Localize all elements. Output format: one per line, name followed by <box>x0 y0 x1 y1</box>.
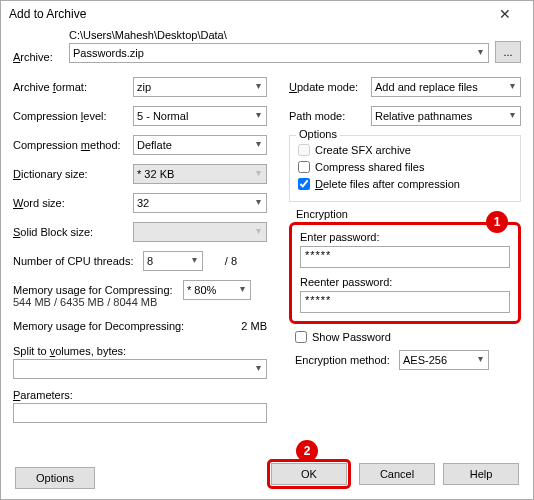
reenter-password-label: Reenter password: <box>300 276 510 288</box>
browse-button[interactable]: ... <box>495 41 521 63</box>
split-combo[interactable] <box>13 359 267 379</box>
cpu-label: Number of CPU threads: <box>13 255 143 267</box>
ok-highlight: 2 OK <box>267 459 351 489</box>
cpu-combo[interactable]: 8 <box>143 251 203 271</box>
options-group: Options Create SFX archive Compress shar… <box>289 135 521 202</box>
param-input[interactable] <box>13 403 267 423</box>
delete-after-checkbox[interactable]: Delete files after compression <box>298 178 512 190</box>
enter-password-label: Enter password: <box>300 231 510 243</box>
archive-filename-combo[interactable]: Passwords.zip <box>69 43 489 63</box>
callout-2: 2 <box>296 440 318 462</box>
close-button[interactable]: ✕ <box>485 7 525 21</box>
callout-1: 1 <box>486 211 508 233</box>
ok-button[interactable]: OK <box>271 463 347 485</box>
archive-path: C:\Users\Mahesh\Desktop\Data\ <box>69 29 489 41</box>
method-label: Compression method: <box>13 139 133 151</box>
memd-label: Memory usage for Decompressing: <box>13 320 203 332</box>
method-combo[interactable]: Deflate <box>133 135 267 155</box>
right-column: Update mode: Add and replace files Path … <box>289 77 521 423</box>
sfx-checkbox: Create SFX archive <box>298 144 512 156</box>
enc-method-combo[interactable]: AES-256 <box>399 350 489 370</box>
level-label: Compression level: <box>13 110 133 122</box>
dict-combo: * 32 KB <box>133 164 267 184</box>
memc-combo[interactable]: * 80% <box>183 280 251 300</box>
show-password-checkbox[interactable]: Show Password <box>295 331 521 343</box>
pathmode-label: Path mode: <box>289 110 371 122</box>
solid-label: Solid Block size: <box>13 226 133 238</box>
format-label: Archive format: <box>13 81 133 93</box>
enc-method-label: Encryption method: <box>295 354 399 366</box>
memd-value: 2 MB <box>241 320 267 332</box>
left-column: Archive format: zip Compression level: 5… <box>13 77 267 423</box>
update-label: Update mode: <box>289 81 371 93</box>
split-label: Split to volumes, bytes: <box>13 345 267 357</box>
level-combo[interactable]: 5 - Normal <box>133 106 267 126</box>
solid-combo <box>133 222 267 242</box>
encryption-group: Encryption 1 Enter password: ***** Reent… <box>289 208 521 370</box>
dict-label: Dictionary size: <box>13 168 133 180</box>
shared-checkbox[interactable]: Compress shared files <box>298 161 512 173</box>
pathmode-combo[interactable]: Relative pathnames <box>371 106 521 126</box>
window-title: Add to Archive <box>9 7 86 21</box>
password-input[interactable]: ***** <box>300 246 510 268</box>
dialog-footer: 2 OK Cancel Help <box>267 459 519 489</box>
reenter-password-input[interactable]: ***** <box>300 291 510 313</box>
word-label: Word size: <box>13 197 133 209</box>
update-combo[interactable]: Add and replace files <box>371 77 521 97</box>
options-legend: Options <box>296 128 340 140</box>
options-button[interactable]: Options <box>15 467 95 489</box>
param-label: Parameters: <box>13 389 267 401</box>
format-combo[interactable]: zip <box>133 77 267 97</box>
encryption-highlight: 1 Enter password: ***** Reenter password… <box>289 222 521 324</box>
memc-label: Memory usage for Compressing: <box>13 284 183 296</box>
cpu-total: / 8 <box>207 255 237 267</box>
cancel-button[interactable]: Cancel <box>359 463 435 485</box>
archive-label: Archive: <box>13 51 63 63</box>
word-combo[interactable]: 32 <box>133 193 267 213</box>
help-button[interactable]: Help <box>443 463 519 485</box>
titlebar: Add to Archive ✕ <box>1 1 533 25</box>
